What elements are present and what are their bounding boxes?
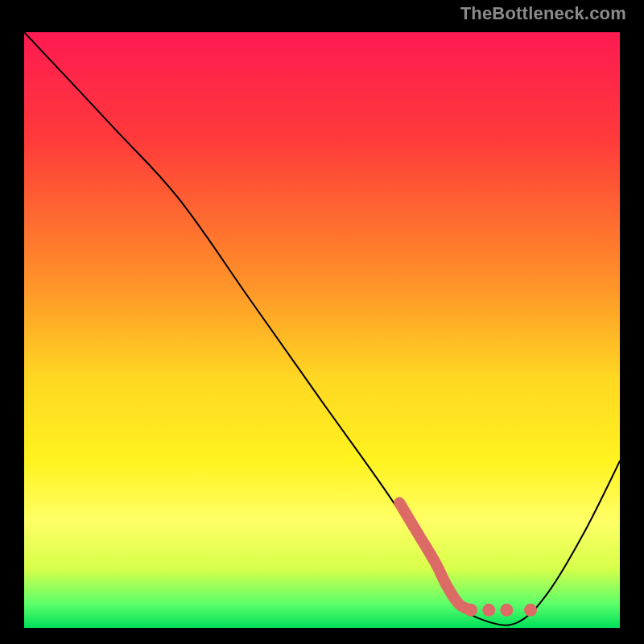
highlight-dot bbox=[464, 604, 477, 617]
watermark-text: TheBottleneck.com bbox=[460, 3, 626, 24]
bottleneck-chart bbox=[24, 32, 620, 628]
chart-frame bbox=[16, 24, 628, 636]
plot-area bbox=[24, 32, 620, 628]
gradient-background bbox=[24, 32, 620, 628]
highlight-dot bbox=[524, 604, 537, 617]
highlight-dot bbox=[500, 604, 513, 617]
highlight-dot bbox=[482, 604, 495, 617]
